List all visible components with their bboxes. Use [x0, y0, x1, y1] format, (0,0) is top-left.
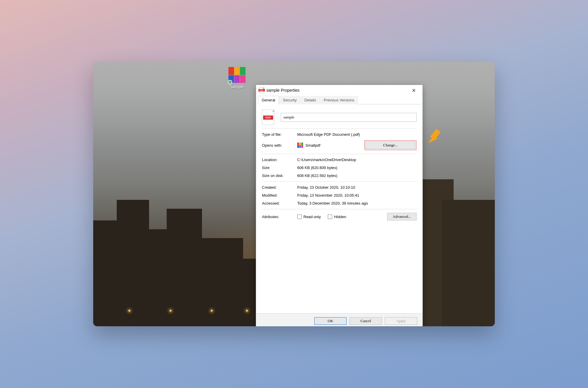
tab-strip: General Security Details Previous Versio… — [258, 96, 421, 104]
label-attributes: Attributes: — [262, 215, 297, 219]
label-created: Created: — [262, 185, 297, 190]
value-type: Microsoft Edge PDF Document (.pdf) — [297, 132, 360, 137]
sync-check-icon: ✓ — [228, 80, 232, 84]
general-panel: PDF Type of file: Microsoft Edge PDF Doc… — [256, 104, 422, 313]
tab-previous-versions[interactable]: Previous Versions — [320, 96, 358, 104]
dialog-title: sample Properties — [266, 88, 408, 93]
close-button[interactable] — [408, 86, 420, 94]
svg-marker-0 — [428, 136, 437, 143]
desktop-file-sample[interactable]: ✓ sample — [227, 67, 247, 89]
pdf-file-icon: PDF — [262, 110, 274, 125]
pdf-file-icon: PDF — [259, 87, 264, 93]
value-size: 606 KB (620.609 bytes) — [297, 165, 338, 170]
close-icon — [412, 89, 415, 92]
desktop-screenshot: ✓ sample PDF sample Properties General S… — [93, 62, 495, 326]
ok-button[interactable]: OK — [314, 317, 347, 325]
label-size-on-disk: Size on disk: — [262, 173, 297, 178]
properties-dialog: PDF sample Properties General Security D… — [256, 85, 423, 326]
label-location: Location: — [262, 158, 297, 162]
annotation-arrow-icon — [426, 127, 444, 148]
tab-details[interactable]: Details — [300, 96, 320, 104]
label-modified: Modified: — [262, 193, 297, 198]
change-button[interactable]: Change... — [365, 141, 415, 149]
checkbox-readonly[interactable]: Read-only — [297, 215, 321, 219]
tab-security[interactable]: Security — [279, 96, 300, 104]
label-size: Size: — [262, 165, 297, 170]
label-type: Type of file: — [262, 132, 297, 137]
value-modified: Friday, 13 November 2020, 10:05:41 — [297, 193, 359, 198]
label-accessed: Accessed: — [262, 201, 297, 205]
value-created: Friday, 23 October 2020, 10:10:10 — [297, 185, 355, 190]
tab-general[interactable]: General — [258, 96, 279, 104]
desktop-file-label: sample — [230, 84, 243, 89]
annotation-highlight: Change... — [364, 140, 417, 150]
dialog-footer: OK Cancel Apply — [256, 313, 422, 326]
checkbox-hidden[interactable]: Hidden — [328, 215, 346, 219]
label-opens-with: Opens with: — [262, 143, 297, 148]
smallpdf-icon — [297, 143, 303, 148]
filename-input[interactable] — [281, 113, 417, 122]
value-size-on-disk: 608 KB (622.592 bytes) — [297, 173, 338, 178]
svg-rect-1 — [430, 129, 440, 140]
value-accessed: Today, 3 December 2020, 39 minutes ago — [297, 201, 368, 205]
value-opens-with: Smallpdf — [305, 143, 364, 148]
value-location: C:\Users\marko\OneDrive\Desktop — [297, 158, 356, 162]
titlebar[interactable]: PDF sample Properties — [256, 85, 422, 96]
advanced-button[interactable]: Advanced... — [387, 213, 417, 220]
apply-button[interactable]: Apply — [385, 317, 417, 325]
cancel-button[interactable]: Cancel — [350, 317, 382, 325]
